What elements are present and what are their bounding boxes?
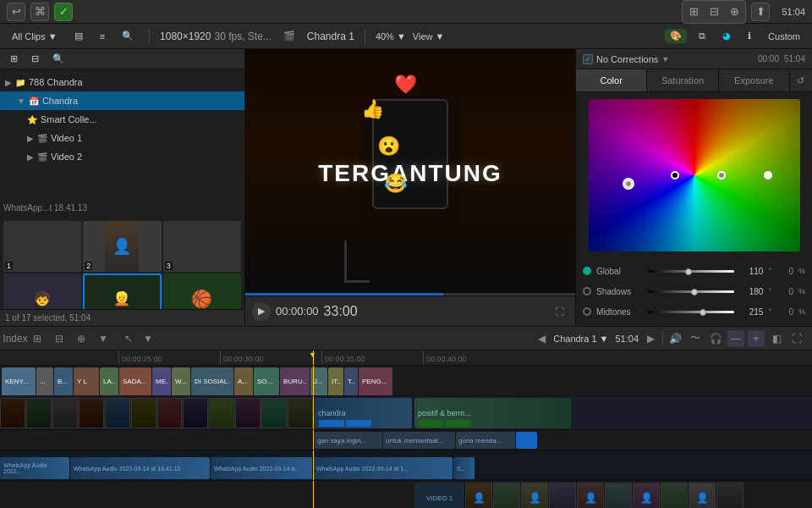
midtones-track[interactable] (648, 311, 734, 313)
fullscreen-button[interactable]: ⛶ (550, 302, 568, 321)
grid-view-btn[interactable]: ⊞ (684, 3, 703, 21)
tab-saturation[interactable]: Saturation (647, 69, 718, 91)
export-button[interactable]: ⬆ (751, 3, 770, 21)
tree-item-chandra[interactable]: ▼ 📅 Chandra (0, 91, 244, 110)
audio-clip-3[interactable]: WhatsApp Audio 2022-09-14 a... (211, 457, 312, 479)
filmstrip-btn[interactable]: ▤ (69, 29, 88, 43)
key-button[interactable]: ⌘ (30, 3, 49, 21)
clip-buru[interactable]: BURU... (280, 367, 310, 396)
subtitle-clips: gan saya ingin... untuk memanfaat... gun… (315, 432, 537, 449)
clip-sada[interactable]: SADA... (119, 367, 151, 396)
next-clip-btn[interactable]: ▶ (642, 330, 659, 347)
positif-clip[interactable]: positif & berm... (414, 398, 571, 428)
index-button[interactable]: Index (7, 330, 24, 347)
library-root[interactable]: ▶ 📁 788 Chandra (0, 73, 244, 91)
corrections-checkbox[interactable] (583, 54, 593, 64)
audio-clip-1[interactable]: WhatsApp Audio 2022... (0, 457, 69, 479)
wheel-handle-shadows[interactable] (624, 179, 633, 188)
tree-item-video2[interactable]: ▶ 🎬 Video 2 (0, 147, 244, 166)
tl-btn2[interactable]: ⊟ (51, 330, 68, 347)
global-thumb[interactable] (685, 268, 692, 275)
search-btn[interactable]: 🔍 (117, 29, 139, 43)
cursor-btn[interactable]: ↖ (120, 330, 137, 347)
thumb-5[interactable]: 👱 5 (83, 273, 161, 310)
thumb-4[interactable]: 🧒 4 (3, 273, 81, 310)
lib-list-btn[interactable]: ⊟ (26, 52, 44, 66)
audio-clip-4[interactable]: WhatsApp Audio 2022-09-14 at 1... (313, 457, 453, 479)
headphone-btn[interactable]: 🎧 (707, 330, 724, 347)
clip-it[interactable]: IT... (328, 367, 343, 396)
midtones-radio[interactable] (583, 307, 591, 316)
clip-a[interactable]: A... (234, 367, 253, 396)
tl-btn3[interactable]: ⊕ (73, 330, 90, 347)
shadows-track[interactable] (648, 290, 734, 293)
shadows-thumb[interactable] (691, 289, 698, 295)
subtitle-clip-3[interactable]: guna menda... (456, 432, 515, 449)
clip-b[interactable]: B... (54, 367, 73, 396)
tab-color[interactable]: Color (576, 69, 647, 91)
subtitle-clip-2[interactable]: untuk memanfaat... (383, 432, 455, 449)
clip-peng[interactable]: PENG... (359, 367, 392, 396)
color-wheel-btn[interactable]: ◕ (717, 29, 736, 43)
chandra-main-clip[interactable]: chandra (315, 398, 412, 428)
list-btn[interactable]: ≡ (95, 30, 110, 43)
prev-clip-btn[interactable]: ◀ (533, 330, 550, 347)
thumb-2[interactable]: 👤 2 (83, 221, 161, 272)
info-btn[interactable]: ℹ (743, 29, 756, 43)
global-radio[interactable] (583, 267, 591, 275)
zoom-dropdown[interactable]: 40% ▼ (376, 31, 406, 41)
corrections-dropdown-arrow[interactable]: ▼ (661, 55, 669, 64)
undo-button[interactable]: ↩ (7, 3, 25, 21)
subtitle-clip-1[interactable]: gan saya ingin... (315, 432, 382, 449)
clip-me[interactable]: ME... (152, 367, 171, 396)
reset-button[interactable]: ↺ (790, 69, 812, 91)
check-button[interactable]: ✓ (54, 3, 73, 21)
wheel-handle-blacks[interactable] (671, 171, 679, 179)
audio-clip-5[interactable]: S... (453, 457, 475, 479)
shadows-radio[interactable] (583, 287, 591, 295)
audio-clip-2[interactable]: WhatsApp Audio 2022-09-14 at 18.41.13 (70, 457, 210, 479)
clip-appearance-btn[interactable]: ◧ (768, 330, 785, 347)
dual-monitor-btn[interactable]: ⧉ (694, 29, 710, 43)
thumb-3[interactable]: 3 (163, 221, 241, 272)
thumb-6[interactable]: 🏀 6 (163, 273, 241, 310)
tl-btn4[interactable]: ▼ (95, 330, 112, 347)
tl-btn1[interactable]: ⊞ (29, 330, 46, 347)
clip-la[interactable]: LA... (100, 367, 118, 396)
tree-label-smartcollection: Smart Colle... (41, 114, 97, 124)
play-button[interactable]: ▶ (252, 302, 271, 321)
audio-btn1[interactable]: 🔊 (667, 330, 683, 347)
lib-search-btn[interactable]: 🔍 (47, 52, 69, 66)
color-btn[interactable]: 🎨 (665, 29, 687, 43)
midtones-thumb[interactable] (700, 309, 706, 316)
tree-item-smartcollection[interactable]: ⭐ Smart Colle... (0, 110, 244, 129)
lib-grid-btn[interactable]: ⊞ (5, 52, 23, 66)
wheel-handle-highlights[interactable] (764, 171, 772, 179)
tl-zoom-in[interactable]: + (748, 330, 765, 347)
thumb-num-1: 1 (5, 262, 13, 270)
clip-so[interactable]: SO... (254, 367, 279, 396)
clip-dots1[interactable]: ... (36, 367, 53, 396)
thumb-1[interactable]: 1 (3, 221, 81, 272)
audio-btn2[interactable]: 〜 (687, 330, 704, 347)
list-view-btn[interactable]: ⊟ (705, 3, 723, 21)
detail-view-btn[interactable]: ⊕ (725, 3, 743, 21)
clips-dropdown[interactable]: All Clips ▼ (7, 30, 63, 43)
clip-yl[interactable]: Y L (74, 367, 99, 396)
tl-zoom-out[interactable]: — (727, 330, 744, 347)
tab-exposure[interactable]: Exposure (719, 69, 790, 91)
clip-j[interactable]: J... (310, 367, 327, 396)
expand-btn[interactable]: ⛶ (788, 330, 805, 347)
global-track[interactable] (648, 270, 734, 273)
wheel-handle-midtones[interactable] (717, 171, 726, 179)
view-dropdown[interactable]: View ▼ (413, 31, 445, 41)
clip-t2[interactable]: T... (344, 367, 358, 396)
clip-keny[interactable]: KENY... (2, 367, 36, 396)
clip-w[interactable]: W... (172, 367, 190, 396)
video-thumb-strip[interactable]: VIDEO 1 👤 👤 👤 👤 👤 (414, 483, 812, 508)
color-wheel[interactable] (589, 99, 800, 251)
tree-item-video1[interactable]: ▶ 🎬 Video 1 (0, 129, 244, 147)
cursor-arrow[interactable]: ▼ (140, 330, 156, 347)
clip-social[interactable]: DI SOSIAL... (191, 367, 233, 396)
subtitle-clip-4[interactable] (516, 432, 537, 449)
